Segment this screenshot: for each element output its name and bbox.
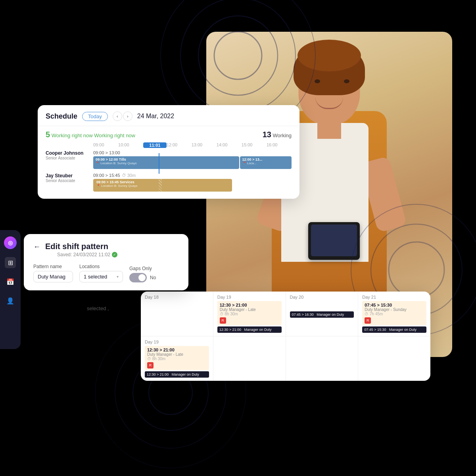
cal-cell-day19-r2: Day 19 12:30 > 21:00 Duty Manager - Late… xyxy=(141,336,213,381)
time-16: 16:00 xyxy=(267,142,292,148)
gaps-only-label: Gaps Only xyxy=(129,266,156,271)
day-label: Day 21 xyxy=(362,295,426,299)
sidebar-item-dashboard[interactable]: ⊞ xyxy=(5,257,16,268)
schedule-header: Schedule Today ‹ › 24 Mar, 2022 xyxy=(38,105,299,126)
table-row: Jay Steuber Senior Associate 09:00 > 15:… xyxy=(46,173,292,192)
cal-cell-empty-r2c xyxy=(358,336,430,381)
working-stats: 5 Working right now Working right now 13… xyxy=(38,126,299,142)
back-button[interactable]: ← xyxy=(33,243,40,251)
edit-shift-card: ← Edit shift pattern Saved: 24/03/2022 1… xyxy=(24,234,188,290)
employee-role: Senior Associate xyxy=(46,178,93,183)
pattern-name-input[interactable] xyxy=(33,271,73,282)
cal-cell-day20: Day 20 07:45 > 16:30 Manager on Duty xyxy=(286,292,359,336)
locations-select[interactable]: 1 selected ▾ xyxy=(79,271,123,282)
shift-name: Duty Manager - Late xyxy=(147,352,207,357)
shift-duration: ⏱ 7h 45m xyxy=(365,312,424,316)
employee-role: Senior Associate xyxy=(46,156,93,160)
shift-badge: R xyxy=(147,362,154,369)
cal-cell-empty-r2b xyxy=(286,336,359,381)
break-indicator xyxy=(159,179,162,192)
time-13: 13:00 xyxy=(192,142,217,148)
shift-time: 07:45 > 15:30 xyxy=(365,303,424,307)
day-label: Day 20 xyxy=(290,295,354,299)
employee-info-cooper: Cooper Johnson Senior Associate xyxy=(46,150,93,160)
time-10: 10:00 xyxy=(118,142,143,148)
edit-fields: Pattern name Locations 1 selected ▾ Gaps… xyxy=(33,264,179,282)
shift-badge: R xyxy=(220,317,226,324)
shift-name: Duty Manager - Sunday xyxy=(365,307,424,312)
day-label: Day 18 xyxy=(145,295,209,299)
shift-duration: ⏱ 8h 30m xyxy=(220,312,279,316)
shift-blocks-jay: 09:00 > 15:45 Services 📍 Location B: Sur… xyxy=(93,179,292,192)
employee-rows: Cooper Johnson Senior Associate 09:00 > … xyxy=(38,150,299,192)
working-stat: 13 Working xyxy=(263,130,292,139)
shift-time: 12:30 > 21:00 xyxy=(220,303,279,307)
nav-arrows: ‹ › xyxy=(113,111,132,121)
shift-entry[interactable]: 12:30 > 21:00 Duty Manager - Late ⏱ 8h 3… xyxy=(217,301,282,325)
current-time-indicator xyxy=(159,153,159,174)
shift-timeline-cooper: 09:00 > 13:00 09:00 > 12:00 Tills 📍 Loca… xyxy=(93,150,292,169)
cal-cell-day18: Day 18 xyxy=(141,292,213,336)
shift-bar: 12:30 > 21:00 Manager on Duty xyxy=(145,371,209,378)
shift-bar: 07:45 > 16:30 Manager on Duty xyxy=(290,311,354,318)
toggle-knob xyxy=(138,274,146,281)
table-row: Cooper Johnson Senior Associate 09:00 > … xyxy=(46,150,292,169)
shift-timeline-jay: 09:00 > 15:45 ⏱ 30m 09:00 > 15:45 Servic… xyxy=(93,173,292,192)
shift-badge: R xyxy=(365,317,371,324)
saved-checkmark: ✓ xyxy=(112,252,117,257)
time-09: 09:00 xyxy=(93,142,118,148)
time-11: 11:01 xyxy=(143,142,166,148)
shift-bar: 12:30 > 21:00 Manager on Duty xyxy=(217,326,282,333)
schedule-title: Schedule xyxy=(46,112,77,121)
locations-field: Locations 1 selected ▾ xyxy=(79,264,123,282)
shift-pattern-calendar: Day 18 Day 19 12:30 > 21:00 Duty Manager… xyxy=(141,292,430,381)
selected-label: selected , xyxy=(87,305,109,311)
sidebar-item-calendar[interactable]: 📅 xyxy=(5,276,16,287)
time-labels-row: 09:00 10:00 11:01 12:00 13:00 14:00 15:0… xyxy=(38,142,299,148)
toggle-label: No xyxy=(150,275,156,280)
chevron-down-icon: ▾ xyxy=(117,274,119,279)
gaps-only-field: Gaps Only No xyxy=(129,266,156,282)
shift-entry[interactable]: 12:30 > 21:00 Duty Manager - Late ⏱ 8h 3… xyxy=(145,346,209,370)
saved-status: Saved: 24/03/2022 11:02 ✓ xyxy=(57,252,117,257)
shift-bar: 07:45 > 15:30 Manager on Duty xyxy=(362,326,426,333)
gaps-only-toggle[interactable] xyxy=(129,273,147,282)
prev-arrow[interactable]: ‹ xyxy=(113,111,122,121)
locations-label: Locations xyxy=(79,264,123,269)
day-label: Day 19 xyxy=(217,295,282,299)
employee-name: Cooper Johnson xyxy=(46,150,93,156)
working-now-stat: 5 Working right now Working right now xyxy=(46,130,263,139)
employee-info-jay: Jay Steuber Senior Associate xyxy=(46,173,93,183)
cal-cell-empty-r2 xyxy=(213,336,286,381)
employee-name: Jay Steuber xyxy=(46,173,93,178)
schedule-date: 24 Mar, 2022 xyxy=(137,113,174,120)
shift-block-tills2[interactable]: 12:00 > 13... 📍 Loca... xyxy=(240,156,292,169)
toggle-container: No xyxy=(129,273,156,282)
time-14: 14:00 xyxy=(217,142,242,148)
time-15: 15:00 xyxy=(242,142,267,148)
edit-card-header: ← Edit shift pattern Saved: 24/03/2022 1… xyxy=(33,242,179,257)
cal-cell-day19: Day 19 12:30 > 21:00 Duty Manager - Late… xyxy=(213,292,286,336)
next-arrow[interactable]: › xyxy=(123,111,132,121)
calendar-row-1: Day 18 Day 19 12:30 > 21:00 Duty Manager… xyxy=(141,292,430,336)
locations-value: 1 selected xyxy=(84,274,107,280)
shift-blocks-cooper: 09:00 > 12:00 Tills 📍 Location B: Surrey… xyxy=(93,156,292,169)
shift-time-text: 09:00 > 13:00 xyxy=(93,150,292,155)
today-button[interactable]: Today xyxy=(82,112,108,121)
shift-block-services[interactable]: 09:00 > 15:45 Services 📍 Location B: Sur… xyxy=(93,179,232,192)
pattern-name-label: Pattern name xyxy=(33,264,73,269)
sidebar: ◎ ⊞ 📅 👤 xyxy=(0,230,21,349)
schedule-card: Schedule Today ‹ › 24 Mar, 2022 5 Workin… xyxy=(38,105,299,199)
pattern-name-field: Pattern name xyxy=(33,264,73,282)
edit-shift-title: Edit shift pattern xyxy=(45,242,117,251)
day-label: Day 19 xyxy=(145,340,209,344)
shift-block-tills[interactable]: 09:00 > 12:00 Tills 📍 Location B: Surrey… xyxy=(93,156,239,169)
shift-time-break: 09:00 > 15:45 ⏱ 30m xyxy=(93,173,292,178)
shift-duration: ⏱ 8h 30m xyxy=(147,357,207,361)
sidebar-logo: ◎ xyxy=(4,236,17,249)
cal-cell-day21: Day 21 07:45 > 15:30 Duty Manager - Sund… xyxy=(358,292,430,336)
sidebar-item-users[interactable]: 👤 xyxy=(5,295,16,306)
shift-name: Duty Manager - Late xyxy=(220,307,279,312)
calendar-row-2: Day 19 12:30 > 21:00 Duty Manager - Late… xyxy=(141,336,430,381)
shift-entry[interactable]: 07:45 > 15:30 Duty Manager - Sunday ⏱ 7h… xyxy=(362,301,426,325)
